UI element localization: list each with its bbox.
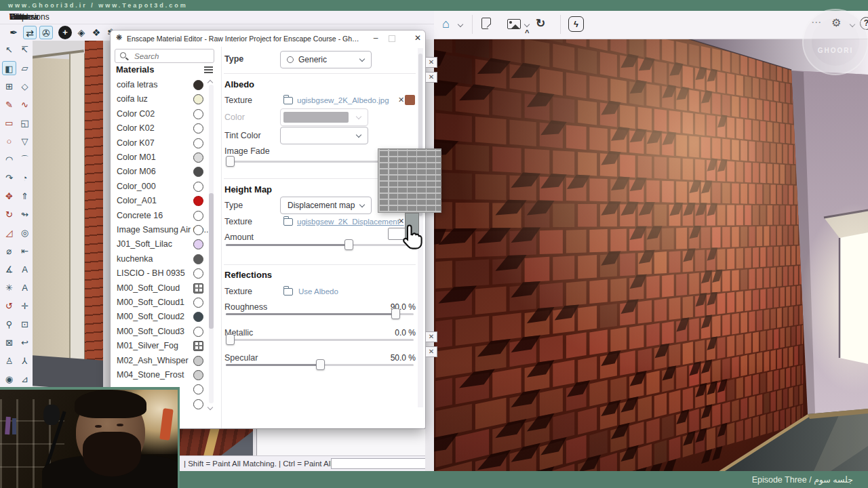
remove-hm-texture-icon[interactable]: ✕	[398, 217, 404, 226]
material-list-item[interactable]: Color K02	[113, 121, 215, 136]
line-tool[interactable]: ✎	[2, 98, 16, 112]
zoom-window-tool[interactable]: ⊡	[18, 317, 32, 331]
rotated-rectangle-tool[interactable]: ◱	[18, 116, 32, 130]
albedo-texture-swatch[interactable]	[405, 95, 415, 105]
three-point-arc-tool[interactable]: ↷	[2, 171, 16, 185]
material-list-item[interactable]: Color_000	[113, 180, 215, 194]
material-list-item[interactable]: kuchenka	[113, 252, 215, 266]
material-list-item[interactable]: Color M06	[113, 165, 215, 179]
maximize-button[interactable]	[389, 35, 395, 42]
material-list-item[interactable]: coifa letras	[113, 78, 215, 92]
arc-tool[interactable]: ◠	[2, 152, 16, 167]
screenshot-chevron-icon[interactable]	[524, 22, 530, 27]
dimension-tool[interactable]: ⇤	[18, 244, 32, 258]
settings-gear-icon[interactable]: ⚙	[831, 16, 841, 29]
position-camera-tool[interactable]: ♙	[2, 354, 16, 368]
settings-chevron-icon[interactable]	[850, 22, 855, 27]
previous-view-tool[interactable]: ↩	[18, 336, 32, 350]
material-list-item[interactable]: coifa luz	[113, 92, 215, 106]
slider-thumb[interactable]	[316, 359, 325, 370]
slider-thumb[interactable]	[391, 308, 400, 319]
rectangle-tool[interactable]: ▭	[2, 116, 16, 130]
material-list-item[interactable]: Color C02	[113, 107, 215, 121]
tray-close-icon[interactable]: ✕	[425, 331, 437, 342]
two-point-arc-tool[interactable]: ⌒	[18, 152, 32, 167]
collapse-caret[interactable]: ^	[525, 28, 529, 37]
slider-thumb[interactable]	[344, 239, 353, 250]
material-list-item[interactable]: M04_Stone_Frost	[113, 368, 215, 382]
enscape-render-view[interactable]	[434, 39, 868, 471]
scrollbar-thumb[interactable]	[209, 193, 214, 329]
orbit-tool[interactable]: ↺	[2, 299, 16, 313]
remove-albedo-texture-icon[interactable]: ✕	[398, 96, 404, 104]
folder-icon[interactable]	[283, 97, 293, 104]
eraser-tool[interactable]: ▱	[18, 61, 32, 75]
sketchup-viewport[interactable]	[33, 41, 111, 388]
pan-tool[interactable]: ✛	[18, 299, 32, 313]
search-input[interactable]	[133, 50, 211, 62]
tray-close-icon[interactable]: ✕	[425, 57, 437, 68]
close-button[interactable]: ✕	[409, 32, 427, 45]
material-list-item[interactable]: Color M01	[113, 150, 215, 165]
material-list-item[interactable]: M00_Soft_Cloud1	[113, 296, 215, 310]
walk-tool[interactable]: ⅄	[18, 354, 32, 368]
tray-close-icon[interactable]: ✕	[425, 346, 437, 357]
slider-thumb[interactable]	[226, 334, 235, 345]
tint-color-dropdown[interactable]	[280, 127, 368, 144]
swap-arrows-icon[interactable]: ⇄	[23, 26, 37, 39]
zoom-extents-tool[interactable]: ⊠	[2, 336, 16, 350]
offset-tool[interactable]: ◎	[18, 226, 32, 240]
tray-close-icon[interactable]: ✕	[425, 72, 437, 83]
circle-tool[interactable]: ○	[2, 134, 16, 148]
materials-palette-icon[interactable]: ❖	[90, 26, 103, 39]
paint-bucket-tool[interactable]: ◧	[2, 61, 16, 75]
materials-menu-icon[interactable]	[204, 69, 213, 70]
enscape-live-icon[interactable]: ϟ	[568, 16, 584, 32]
specular-slider[interactable]	[226, 364, 414, 366]
screenshot-image-icon[interactable]	[507, 19, 521, 29]
more-options-icon[interactable]: ⋯	[811, 16, 821, 28]
menu-help[interactable]: Help	[9, 12, 26, 22]
freehand-tool[interactable]: ∿	[18, 98, 32, 112]
scale-tool[interactable]: ◿	[2, 226, 16, 240]
polygon-tool[interactable]: ▽	[18, 134, 32, 148]
material-list-item[interactable]: M00_Soft_Cloud3	[113, 325, 215, 339]
material-list-item[interactable]: M00_Soft_Cloud2	[113, 310, 215, 324]
metallic-slider[interactable]	[226, 339, 414, 341]
text-tool[interactable]: A	[18, 262, 32, 277]
material-list-item[interactable]: Concrete 16	[113, 209, 215, 223]
zoom-tool[interactable]: ⚲	[2, 317, 16, 331]
move-tool[interactable]: ✥	[2, 189, 16, 203]
rotate-tool[interactable]: ↻	[2, 207, 16, 222]
hm-texture-swatch[interactable]	[405, 213, 419, 239]
material-list-item[interactable]: Color K07	[113, 136, 215, 150]
3d-text-tool[interactable]: A	[18, 281, 32, 295]
component-tool[interactable]: ⊞	[2, 79, 16, 94]
axes-tool[interactable]: ✳	[2, 281, 16, 295]
material-list-item[interactable]: M02_Ash_Whisper	[113, 354, 215, 368]
material-list-item[interactable]: Image Samsung Air Co...	[113, 223, 215, 237]
folder-icon[interactable]	[283, 218, 293, 226]
material-list-item[interactable]: M00_Soft_Cloud	[113, 281, 215, 296]
materials-scrollbar[interactable]	[209, 85, 214, 403]
height-map-type-dropdown[interactable]: Displacement map	[280, 197, 372, 214]
feedback-document-icon[interactable]	[481, 18, 491, 29]
folder-icon[interactable]	[283, 288, 293, 296]
sync-icon[interactable]: ↻	[536, 16, 545, 30]
follow-me-tool[interactable]: ↬	[18, 207, 32, 222]
material-list-item[interactable]: Color_A01	[113, 194, 215, 208]
styles-icon[interactable]: ✒	[7, 26, 20, 39]
window-titlebar[interactable]: ❋ Enscape Material Editor - Raw Interior…	[111, 30, 425, 47]
material-list-item[interactable]: J01_Soft_Lilac	[113, 237, 215, 251]
material-search-box[interactable]	[115, 49, 214, 63]
select-tool[interactable]: ↖	[2, 43, 16, 57]
protractor-tool[interactable]: ∡	[2, 262, 16, 277]
use-albedo-link[interactable]: Use Albedo	[298, 287, 338, 296]
slider-thumb[interactable]	[226, 156, 235, 167]
minimize-button[interactable]: –	[367, 32, 384, 45]
tape-measure-tool[interactable]: ⌀	[2, 244, 16, 258]
video-camera-icon[interactable]: ✇	[39, 26, 53, 39]
roughness-slider[interactable]	[226, 313, 414, 315]
measurements-box[interactable]	[331, 458, 426, 469]
amount-slider[interactable]	[226, 244, 414, 246]
